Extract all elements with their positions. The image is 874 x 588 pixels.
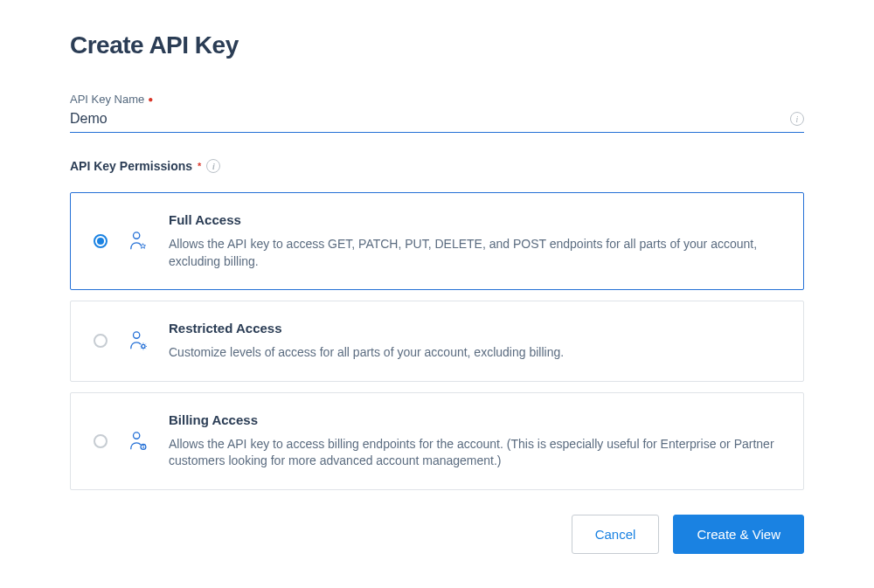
create-view-button[interactable]: Create & View [673,515,804,554]
person-star-icon [128,229,148,253]
form-actions: Cancel Create & View [70,515,804,554]
svg-point-1 [134,332,140,338]
cancel-button[interactable]: Cancel [572,515,660,554]
required-indicator-icon: ● [148,95,153,104]
option-billing-access[interactable]: $ Billing Access Allows the API key to a… [70,392,804,490]
radio-billing-access[interactable] [94,434,108,448]
page-title: Create API Key [70,31,804,59]
info-icon[interactable]: i [206,159,220,173]
required-indicator-icon: * [198,161,201,171]
svg-point-3 [134,432,140,439]
option-title: Full Access [169,212,780,227]
option-restricted-access[interactable]: Restricted Access Customize levels of ac… [70,301,804,382]
svg-point-0 [134,232,140,239]
option-desc: Allows the API key to access GET, PATCH,… [169,236,780,270]
info-icon[interactable]: i [790,112,804,126]
api-key-name-input[interactable] [70,107,790,130]
radio-full-access[interactable] [94,234,108,248]
api-key-name-field: API Key Name ● i [70,93,804,133]
radio-restricted-access[interactable] [94,334,108,348]
svg-point-2 [142,345,145,349]
person-dollar-icon: $ [128,429,148,453]
person-gear-icon [128,329,148,353]
option-desc: Customize levels of access for all parts… [169,344,780,362]
option-desc: Allows the API key to access billing end… [169,436,780,470]
permissions-label: API Key Permissions [70,159,192,173]
option-title: Billing Access [169,412,780,427]
option-title: Restricted Access [169,321,780,336]
api-key-name-label: API Key Name [70,93,144,106]
option-full-access[interactable]: Full Access Allows the API key to access… [70,192,804,290]
permissions-options: Full Access Allows the API key to access… [70,192,804,490]
